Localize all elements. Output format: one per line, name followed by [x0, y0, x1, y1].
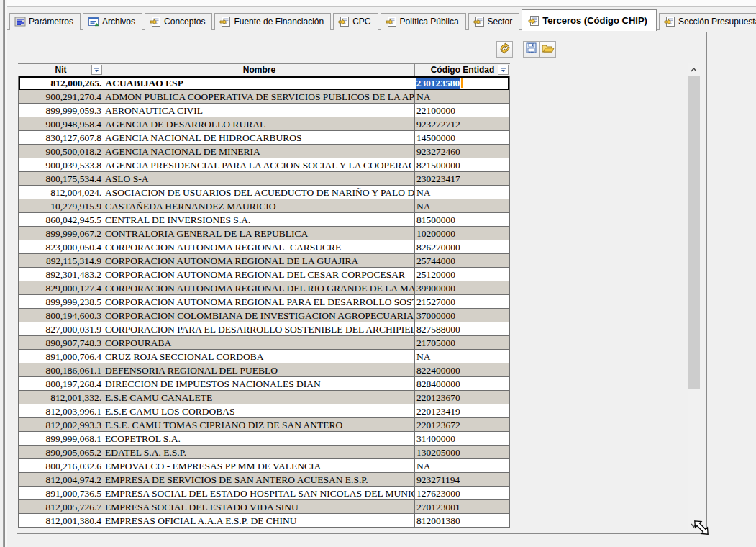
- cell-nombre[interactable]: EMPOVALCO - EMPRESAS PP MM DE VALENCIA: [104, 459, 415, 472]
- table-row[interactable]: 900,291,270.4ADMON PUBLICA COOPERATIVA D…: [19, 90, 509, 104]
- cell-nombre[interactable]: DEFENSORIA REGIONAL DEL PUEBLO: [104, 363, 415, 376]
- table-row[interactable]: 10,279,915.9CASTAÑEDA HERNANDEZ MAURICIO…: [19, 199, 509, 213]
- cell-nit[interactable]: 830,127,607.8: [19, 131, 104, 144]
- cell-codigo-entidad[interactable]: NA: [415, 186, 509, 199]
- cell-nombre[interactable]: EMPRESA SOCIAL DEL ESTADO VIDA SINU: [104, 500, 415, 513]
- cell-nit[interactable]: 900,291,270.4: [19, 90, 104, 103]
- cell-codigo-entidad[interactable]: 923271194: [415, 473, 509, 486]
- cell-nit[interactable]: 892,301,483.2: [19, 268, 104, 281]
- cell-nit[interactable]: 899,999,059.3: [19, 104, 104, 117]
- cell-codigo-entidad[interactable]: 21527000: [415, 295, 509, 308]
- cell-nit[interactable]: 899,999,067.2: [19, 227, 104, 240]
- cell-nombre[interactable]: CORPORACION AUTONOMA REGIONAL DEL CESAR …: [104, 268, 415, 281]
- cell-nombre[interactable]: CORPORACION PARA EL DESARROLLO SOSTENIBL…: [104, 322, 415, 335]
- tab-archivos[interactable]: Archivos: [83, 13, 142, 30]
- cell-nit[interactable]: 812,001,332.: [19, 391, 104, 404]
- table-row[interactable]: 891,000,706.4CRUZ ROJA SECCIONAL CORDOBA…: [19, 350, 509, 363]
- cell-nombre[interactable]: CENTRAL DE INVERSIONES S.A.: [104, 213, 415, 226]
- cell-nombre[interactable]: EDATEL S.A. E.S.P.: [104, 446, 415, 458]
- cell-codigo-entidad[interactable]: 14500000: [415, 131, 509, 144]
- cell-codigo-entidad[interactable]: 220123670: [415, 391, 509, 404]
- cell-nombre[interactable]: CORPORACION AUTONOMA REGIONAL DE LA GUAJ…: [104, 254, 415, 267]
- cell-nit[interactable]: 800,186,061.1: [19, 363, 104, 376]
- table-row[interactable]: 800,197,268.4DIRECCION DE IMPUESTOS NACI…: [19, 377, 509, 391]
- cell-codigo-entidad[interactable]: 81500000: [415, 213, 509, 226]
- tab-fuente-de-financiacion[interactable]: Fuente de Financiación: [214, 13, 331, 30]
- table-row[interactable]: 812,004,024.ASOCIACION DE USUARIOS DEL A…: [19, 186, 509, 199]
- table-row[interactable]: 899,999,059.3AERONAUTICA CIVIL22100000: [19, 104, 509, 117]
- cell-nit[interactable]: 891,000,706.4: [19, 350, 104, 363]
- cell-codigo-entidad[interactable]: 21705000: [415, 336, 509, 349]
- cell-codigo-entidad[interactable]: 220123419: [415, 404, 509, 417]
- tab-terceros-codigo-chip[interactable]: Terceros (Código CHIP): [522, 9, 657, 31]
- cell-nombre[interactable]: ECOPETROL S.A.: [104, 432, 415, 445]
- cell-codigo-entidad[interactable]: 25120000: [415, 268, 509, 281]
- scroll-thumb[interactable]: [688, 76, 700, 389]
- cell-nit[interactable]: 812,001,380.4: [19, 514, 104, 527]
- table-row[interactable]: 812,001,332.E.S.E CAMU CANALETE220123670: [19, 391, 509, 404]
- table-row[interactable]: 890,905,065.2EDATEL S.A. E.S.P.130205000: [19, 446, 509, 459]
- cell-nombre[interactable]: ACUABIJAO ESP: [104, 78, 414, 89]
- table-row[interactable]: 899,999,068.1ECOPETROL S.A.31400000: [19, 432, 509, 446]
- table-row[interactable]: 800,216,032.6EMPOVALCO - EMPRESAS PP MM …: [19, 459, 509, 473]
- cell-codigo-entidad[interactable]: 127623000: [415, 487, 509, 499]
- cell-nit[interactable]: 900,500,018.2: [19, 145, 104, 158]
- cell-nombre[interactable]: AGENCIA NACIONAL DE MINERIA: [104, 145, 415, 158]
- cell-nombre[interactable]: AERONAUTICA CIVIL: [104, 104, 415, 117]
- table-row[interactable]: 812,000,265.ACUABIJAO ESP230123580: [19, 76, 509, 90]
- tab-politica-publica[interactable]: Política Pública: [381, 13, 466, 30]
- cell-nombre[interactable]: CRUZ ROJA SECCIONAL CORDOBA: [104, 350, 415, 363]
- table-row[interactable]: 812,002,993.3E.S.E. CAMU TOMAS CIPRIANO …: [19, 418, 509, 432]
- cell-nombre[interactable]: E.S.E CAMU LOS CORDOBAS: [104, 404, 415, 417]
- tab-cpc[interactable]: CPC: [333, 13, 378, 30]
- table-row[interactable]: 900,948,958.4AGENCIA DE DESARROLLO RURAL…: [19, 117, 509, 131]
- column-header-nit[interactable]: Nit: [18, 64, 104, 76]
- cell-codigo-entidad[interactable]: 923272712: [415, 117, 509, 130]
- cell-nombre[interactable]: CONTRALORIA GENERAL DE LA REPUBLICA: [104, 227, 415, 240]
- nit-filter-dropdown[interactable]: [91, 65, 102, 75]
- table-row[interactable]: 800,186,061.1DEFENSORIA REGIONAL DEL PUE…: [19, 363, 509, 377]
- cell-nombre[interactable]: AGENCIA NACIONAL DE HIDROCARBUROS: [104, 131, 415, 144]
- tab-seccion-presupuestal[interactable]: Sección Presupuestal: [659, 13, 756, 30]
- save-button[interactable]: [523, 41, 539, 58]
- scroll-up-button[interactable]: [688, 63, 700, 76]
- open-button[interactable]: [539, 41, 556, 58]
- vertical-scrollbar[interactable]: [688, 63, 700, 531]
- cell-nombre[interactable]: EMPRESA DE SERVICIOS DE SAN ANTERO ACUES…: [104, 473, 415, 486]
- tab-parametros[interactable]: Parámetros: [9, 13, 81, 30]
- table-row[interactable]: 823,000,050.4CORPORACION AUTONOMA REGION…: [19, 240, 509, 254]
- cell-nit[interactable]: 892,115,314.9: [19, 254, 104, 267]
- cell-nit[interactable]: 827,000,031.9: [19, 322, 104, 335]
- cell-nombre[interactable]: EMPRESA SOCIAL DEL ESTADO HOSPITAL SAN N…: [104, 487, 415, 499]
- cell-nit[interactable]: 823,000,050.4: [19, 240, 104, 253]
- cell-nit[interactable]: 900,039,533.8: [19, 158, 104, 171]
- cell-nit[interactable]: 800,216,032.6: [19, 459, 104, 472]
- cell-codigo-entidad[interactable]: 25744000: [415, 254, 509, 267]
- table-row[interactable]: 812,005,726.7EMPRESA SOCIAL DEL ESTADO V…: [19, 500, 509, 514]
- cell-nit[interactable]: 812,002,993.3: [19, 418, 104, 431]
- cell-nit[interactable]: 800,175,534.4: [19, 172, 104, 185]
- cell-nit[interactable]: 891,000,736.5: [19, 487, 104, 499]
- column-header-codigo-entidad[interactable]: Código Entidad: [414, 64, 510, 76]
- table-row[interactable]: 900,039,533.8AGENCIA PRESIDENCIAL PARA L…: [19, 158, 509, 172]
- table-row[interactable]: 860,042,945.5CENTRAL DE INVERSIONES S.A.…: [19, 213, 509, 227]
- codigo-entidad-filter-dropdown[interactable]: [498, 65, 509, 75]
- column-header-nombre[interactable]: Nombre: [104, 64, 414, 76]
- cell-codigo-entidad[interactable]: 22100000: [415, 104, 509, 117]
- cell-nombre[interactable]: CASTAÑEDA HERNANDEZ MAURICIO: [104, 199, 415, 212]
- cell-nombre[interactable]: ASLO S-A: [104, 172, 415, 185]
- cell-codigo-entidad[interactable]: NA: [415, 459, 509, 472]
- table-row[interactable]: 891,000,736.5EMPRESA SOCIAL DEL ESTADO H…: [19, 487, 509, 500]
- cell-codigo-entidad[interactable]: 822400000: [415, 363, 509, 376]
- table-row[interactable]: 899,999,067.2CONTRALORIA GENERAL DE LA R…: [19, 227, 509, 240]
- cell-codigo-entidad[interactable]: NA: [415, 199, 509, 212]
- cell-nit[interactable]: 890,905,065.2: [19, 446, 104, 458]
- table-row[interactable]: 800,175,534.4ASLO S-A230223417: [19, 172, 509, 186]
- cell-nit[interactable]: 10,279,915.9: [19, 199, 104, 212]
- cell-nit[interactable]: 899,999,068.1: [19, 432, 104, 445]
- table-row[interactable]: 827,000,031.9CORPORACION PARA EL DESARRO…: [19, 322, 509, 336]
- table-row[interactable]: 900,500,018.2AGENCIA NACIONAL DE MINERIA…: [19, 145, 509, 158]
- table-row[interactable]: 892,301,483.2CORPORACION AUTONOMA REGION…: [19, 268, 509, 281]
- cell-nombre[interactable]: E.S.E. CAMU TOMAS CIPRIANO DIZ DE SAN AN…: [104, 418, 415, 431]
- table-row[interactable]: 812,001,380.4EMPRESAS OFICIAL A.A.A E.S.…: [19, 514, 509, 528]
